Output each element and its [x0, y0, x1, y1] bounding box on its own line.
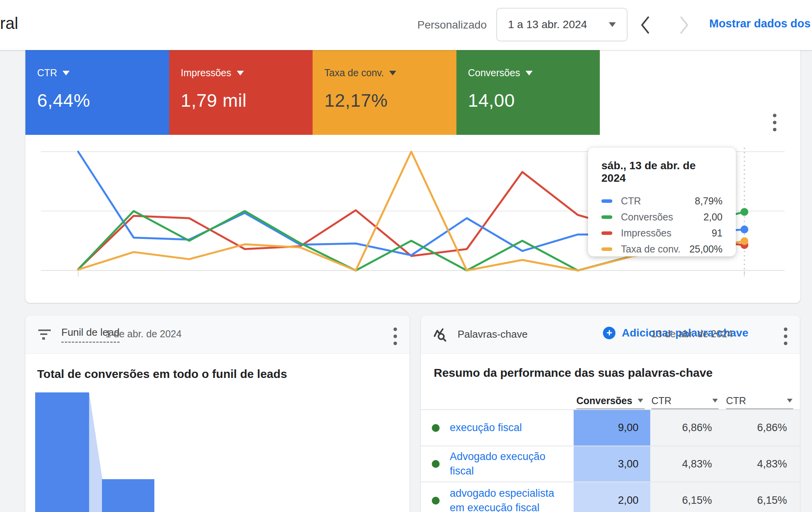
tooltip-row: Conversões 2,00 — [601, 209, 723, 225]
chevron-down-icon — [712, 399, 718, 402]
date-range-selector[interactable]: 1 a 13 abr. 2024 — [496, 8, 628, 41]
top-bar: ral Personalizado 1 a 13 abr. 2024 Mostr… — [0, 0, 812, 50]
ctr-cell: 6,15% — [650, 482, 725, 512]
conversions-series-swatch — [601, 215, 612, 219]
status-dot — [432, 497, 440, 505]
chart-tooltip: sáb., 13 de abr. de 2024 CTR 8,79% Conve… — [588, 148, 736, 256]
funnel-connector — [89, 392, 102, 512]
ctr-cell: 6,86% — [650, 410, 725, 446]
lead-funnel-chart — [25, 315, 410, 512]
funnel-stage-1-bar[interactable] — [35, 392, 89, 512]
conv-rate-series-swatch — [601, 247, 612, 251]
lead-funnel-card: Funil de lead Total de conversões em tod… — [25, 315, 410, 512]
table-row: 2,00 6,15% 6,15% advogado especialista e… — [421, 482, 800, 512]
table-row: 3,00 4,83% 4,83% Advogado execução fisca… — [421, 446, 800, 482]
x-axis-end-label: 13 de abr. de 2024 — [651, 328, 733, 340]
column-header-conversions[interactable]: Conversões — [576, 393, 645, 409]
date-mode-label: Personalizado — [417, 19, 486, 31]
conversions-cell: 2,00 — [574, 482, 650, 512]
keywords-card-title: Palavras-chave — [458, 328, 528, 340]
metric-tile-label: CTR — [37, 67, 57, 79]
metric-tile-value: 14,00 — [468, 90, 600, 111]
chevron-down-icon — [787, 399, 792, 402]
chevron-down-icon — [609, 22, 616, 27]
ctr-cell: 6,15% — [725, 482, 800, 512]
ctr-cell: 4,83% — [725, 446, 800, 482]
tooltip-row: Impressões 91 — [601, 225, 723, 241]
keyword-insights-icon — [433, 328, 447, 342]
page-title: ral — [0, 14, 18, 33]
show-data-link[interactable]: Mostrar dados dos — [709, 17, 812, 30]
chevron-down-icon — [389, 71, 396, 75]
metric-tile-impressions[interactable]: Impressões 1,79 mil — [169, 50, 313, 135]
keyword-link[interactable]: Advogado execução fiscal — [450, 449, 567, 478]
metric-tile-value: 6,44% — [37, 90, 169, 111]
tooltip-row: CTR 8,79% — [601, 193, 723, 209]
keywords-header: Palavras-chave + Adicionar palavra-chave — [421, 315, 800, 354]
table-row: 9,00 6,86% 6,86% execução fiscal — [421, 409, 800, 446]
metric-tile-label: Taxa de conv. — [324, 67, 384, 79]
date-range-value: 1 a 13 abr. 2024 — [508, 18, 609, 31]
metric-tile-ctr[interactable]: CTR 6,44% — [25, 50, 169, 135]
previous-period-button[interactable] — [638, 15, 652, 35]
metric-tile-conversions[interactable]: Conversões 14,00 — [456, 50, 600, 135]
keyword-link[interactable]: advogado especialista em execução fiscal — [450, 486, 567, 512]
keyword-link[interactable]: execução fiscal — [450, 421, 522, 435]
status-dot — [432, 424, 440, 432]
column-header-ctr-1[interactable]: CTR — [651, 393, 719, 409]
ctr-series-swatch — [601, 199, 612, 203]
conversions-cell: 3,00 — [574, 446, 650, 482]
plus-icon: + — [603, 327, 615, 339]
metric-tile-label: Impressões — [181, 67, 231, 79]
ctr-cell: 6,86% — [725, 410, 800, 446]
next-period-button[interactable] — [677, 15, 691, 35]
metric-tile-value: 1,79 mil — [181, 90, 313, 111]
conversions-cell: 9,00 — [574, 410, 650, 446]
chevron-down-icon — [237, 71, 244, 75]
metric-tile-value: 12,17% — [324, 90, 456, 111]
keywords-summary-title: Resumo da performance das suas palavras-… — [434, 366, 713, 380]
chart-card-menu-button[interactable] — [773, 114, 776, 131]
keywords-card: Palavras-chave + Adicionar palavra-chave… — [421, 315, 800, 512]
ctr-cell: 4,83% — [650, 446, 725, 482]
chevron-down-icon — [526, 71, 533, 75]
chevron-down-icon — [638, 399, 643, 402]
tooltip-row: Taxa de conv. 25,00% — [601, 241, 723, 257]
tooltip-date: sáb., 13 de abr. de 2024 — [601, 159, 723, 184]
chevron-down-icon — [63, 71, 70, 75]
keywords-card-menu-button[interactable] — [784, 328, 787, 345]
metric-tile-conv-rate[interactable]: Taxa de conv. 12,17% — [313, 50, 456, 135]
column-header-ctr-2[interactable]: CTR — [726, 393, 793, 409]
status-dot — [432, 460, 440, 468]
funnel-stage-2-bar[interactable] — [102, 479, 154, 512]
x-axis-start-label: 1 de abr. de 2024 — [106, 328, 182, 340]
metric-tile-label: Conversões — [468, 67, 520, 79]
impressions-series-swatch — [601, 231, 612, 235]
metric-tiles: CTR 6,44% Impressões 1,79 mil Taxa de co… — [25, 50, 600, 135]
